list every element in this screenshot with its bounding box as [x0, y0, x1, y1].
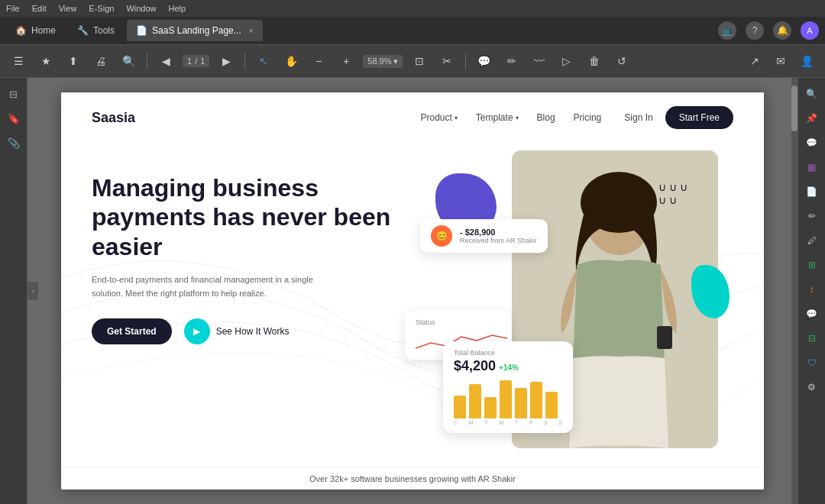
- menu-view[interactable]: View: [59, 4, 77, 13]
- toolbar-zoom-level[interactable]: 58.9% ▾: [363, 55, 402, 68]
- bar-chart: [454, 380, 562, 418]
- product-chevron: ▾: [455, 115, 458, 121]
- scrollbar-thumb[interactable]: [791, 86, 798, 131]
- toolbar-share[interactable]: ↗: [744, 50, 765, 72]
- hero-section: Managing business payments has never bee…: [61, 143, 764, 479]
- right-arrow-icon[interactable]: ↕: [802, 279, 822, 299]
- right-settings-icon[interactable]: ⚙: [802, 377, 822, 397]
- toolbar-pen[interactable]: ✏: [501, 50, 522, 72]
- toolbar-print[interactable]: 🖨: [90, 50, 112, 72]
- right-chat-icon[interactable]: 💬: [802, 304, 822, 324]
- card-received: 😊 - $28,900 Received from AR Shakir: [420, 219, 548, 253]
- right-shield-icon[interactable]: 🛡: [802, 353, 822, 373]
- bar-3: [484, 397, 497, 418]
- status-label: Status: [416, 318, 501, 326]
- menu-esign[interactable]: E-Sign: [89, 4, 114, 13]
- tabs-bar: 🏠 Home 🔧 Tools 📄 SaaS Landing Page... × …: [0, 17, 825, 44]
- bar-axis: CMTWTFSS: [454, 420, 562, 425]
- toolbar-thumbnail[interactable]: ☰: [8, 50, 29, 72]
- toolbar-search-zoom[interactable]: 🔍: [118, 50, 139, 72]
- main-layout: ⊟ 🔖 📎 ‹ Saasia Product ▾ Template ▾: [0, 78, 825, 504]
- toolbar-prev-page[interactable]: ◀: [155, 50, 176, 72]
- right-comment-icon[interactable]: 💬: [802, 133, 822, 153]
- nav-blog[interactable]: Blog: [537, 112, 555, 123]
- toolbar-shape[interactable]: ▷: [556, 50, 578, 72]
- toolbar-right: ↗ ✉ 👤: [744, 50, 817, 72]
- toolbar-cursor[interactable]: ↖: [253, 50, 274, 72]
- nav-signin[interactable]: Sign In: [624, 112, 652, 123]
- toolbar-sep-1: [147, 53, 147, 69]
- toolbar-bookmark[interactable]: ★: [35, 50, 57, 72]
- tab-tools[interactable]: 🔧 Tools: [68, 20, 124, 41]
- toolbar-mail[interactable]: ✉: [770, 50, 791, 72]
- bar-4: [500, 380, 512, 418]
- right-stamp-icon[interactable]: 🖊: [802, 231, 822, 250]
- toolbar-comment[interactable]: 💬: [474, 50, 495, 72]
- nav-cta[interactable]: Start Free: [665, 106, 733, 129]
- tools-icon: 🔧: [77, 25, 89, 36]
- tabs-icon-help[interactable]: ?: [746, 21, 764, 40]
- get-started-button[interactable]: Get Started: [92, 318, 172, 344]
- tab-home[interactable]: 🏠 Home: [6, 20, 65, 41]
- template-chevron: ▾: [516, 115, 519, 121]
- toolbar-fit-page[interactable]: ⊡: [409, 50, 430, 72]
- menu-edit[interactable]: Edit: [32, 4, 47, 13]
- bar-1: [454, 396, 466, 418]
- received-label: Received from AR Shakir: [460, 237, 537, 244]
- hero-left: Managing business payments has never bee…: [92, 158, 397, 479]
- bar-7: [545, 392, 558, 418]
- toolbar-undo[interactable]: ↺: [611, 50, 632, 72]
- sidebar-bookmark-list[interactable]: 🔖: [4, 108, 24, 128]
- sidebar-layers[interactable]: 📎: [4, 133, 24, 153]
- tab-active[interactable]: 📄 SaaS Landing Page... ×: [127, 20, 263, 41]
- menu-file[interactable]: File: [6, 4, 20, 13]
- hero-buttons: Get Started ▶ See How It Works: [92, 318, 397, 344]
- right-highlight-icon[interactable]: 📌: [802, 108, 822, 128]
- right-doc-icon[interactable]: 📄: [802, 182, 822, 202]
- bar-6: [530, 382, 542, 418]
- balance-label: Total Balance: [454, 349, 562, 357]
- toolbar-hand[interactable]: ✋: [280, 50, 302, 72]
- nav-template[interactable]: Template ▾: [476, 112, 519, 123]
- toolbar-page-display: 1 / 1: [183, 55, 209, 67]
- toolbar-zoom-in[interactable]: +: [335, 50, 357, 72]
- hero-title: Managing business payments has never bee…: [92, 173, 397, 261]
- toolbar-next-page[interactable]: ▶: [215, 50, 237, 72]
- received-text: - $28,900 Received from AR Shakir: [460, 228, 537, 244]
- toolbar-delete[interactable]: 🗑: [584, 50, 605, 72]
- scroll-handle-left[interactable]: ‹: [28, 282, 38, 300]
- tab-close-icon[interactable]: ×: [249, 27, 254, 35]
- right-layers-icon[interactable]: ⊟: [802, 328, 822, 348]
- toolbar-draw[interactable]: 〰: [529, 50, 550, 72]
- balance-amount: $4,200 +14%: [454, 358, 562, 374]
- nav-pricing[interactable]: Pricing: [574, 112, 602, 123]
- bar-2: [469, 384, 481, 418]
- user-avatar[interactable]: A: [801, 21, 819, 40]
- nav-product[interactable]: Product ▾: [421, 112, 458, 123]
- right-table-icon[interactable]: ⊞: [802, 255, 822, 275]
- toolbar-crop[interactable]: ✂: [436, 50, 458, 72]
- see-how-button[interactable]: ▶ See How It Works: [184, 318, 290, 344]
- toolbar-sep-3: [465, 53, 466, 69]
- right-search-icon[interactable]: 🔍: [802, 84, 822, 104]
- toolbar-user[interactable]: 👤: [796, 50, 817, 72]
- tabs-icon-bell[interactable]: 🔔: [773, 21, 791, 40]
- right-grid-icon[interactable]: ▦: [802, 157, 822, 177]
- hero-right: ∪ ∪ ∪∪ ∪: [397, 158, 733, 479]
- svg-rect-3: [657, 326, 672, 349]
- received-amount: - $28,900: [460, 228, 537, 237]
- content-scrollbar[interactable]: [791, 78, 798, 504]
- birds-decoration: ∪ ∪ ∪∪ ∪: [658, 181, 688, 207]
- menu-window[interactable]: Window: [126, 4, 156, 13]
- menu-help[interactable]: Help: [169, 4, 186, 13]
- balance-percent: +14%: [499, 363, 519, 372]
- received-avatar: 😊: [431, 225, 452, 247]
- sidebar-thumbnail[interactable]: ⊟: [4, 84, 24, 104]
- toolbar: ☰ ★ ⬆ 🖨 🔍 ◀ 1 / 1 ▶ ↖ ✋ − + 58.9% ▾ ⊡ ✂ …: [0, 44, 825, 78]
- right-pen-icon[interactable]: ✏: [802, 206, 822, 226]
- toolbar-zoom-out[interactable]: −: [308, 50, 329, 72]
- tabs-icon-monitor[interactable]: 📺: [718, 21, 736, 40]
- toolbar-upload[interactable]: ⬆: [63, 50, 84, 72]
- menu-bar: File Edit View E-Sign Window Help: [0, 0, 825, 17]
- play-circle-icon: ▶: [184, 318, 210, 344]
